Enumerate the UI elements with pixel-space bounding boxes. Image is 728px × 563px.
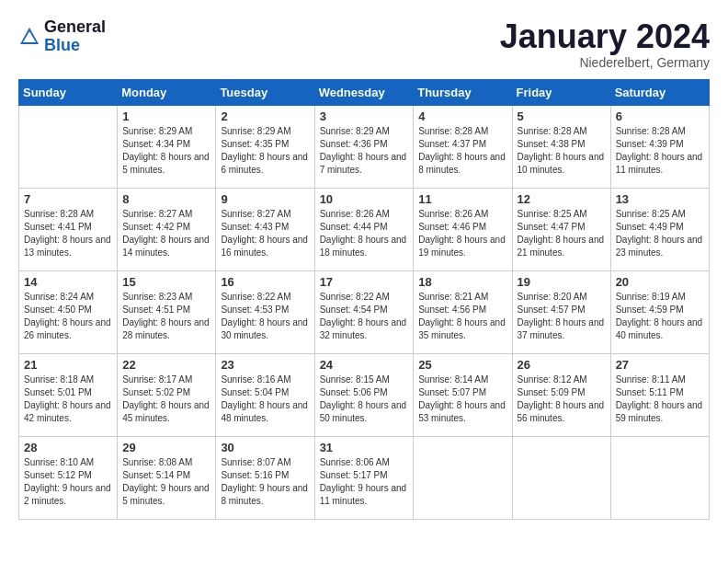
calendar-cell: 8Sunrise: 8:27 AMSunset: 4:42 PMDaylight… — [118, 188, 216, 270]
day-number: 26 — [518, 358, 606, 372]
calendar-cell: 19Sunrise: 8:20 AMSunset: 4:57 PMDayligh… — [512, 270, 610, 353]
day-number: 16 — [221, 275, 309, 289]
calendar-cell: 6Sunrise: 8:28 AMSunset: 4:39 PMDaylight… — [610, 105, 709, 188]
day-info: Sunrise: 8:11 AMSunset: 5:11 PMDaylight:… — [616, 373, 704, 425]
calendar-cell: 5Sunrise: 8:28 AMSunset: 4:38 PMDaylight… — [512, 105, 610, 188]
calendar-cell: 2Sunrise: 8:29 AMSunset: 4:35 PMDaylight… — [216, 105, 314, 188]
calendar-header-saturday: Saturday — [610, 79, 709, 105]
day-info: Sunrise: 8:16 AMSunset: 5:04 PMDaylight:… — [221, 373, 309, 425]
calendar-header-monday: Monday — [118, 79, 216, 105]
day-number: 22 — [122, 358, 210, 372]
day-number: 20 — [616, 275, 704, 289]
day-number: 5 — [518, 109, 606, 123]
week-row-5: 28Sunrise: 8:10 AMSunset: 5:12 PMDayligh… — [19, 436, 710, 519]
calendar-cell: 12Sunrise: 8:25 AMSunset: 4:47 PMDayligh… — [512, 188, 610, 270]
day-number: 17 — [320, 275, 409, 289]
day-info: Sunrise: 8:28 AMSunset: 4:37 PMDaylight:… — [418, 125, 506, 177]
day-info: Sunrise: 8:29 AMSunset: 4:36 PMDaylight:… — [320, 125, 409, 177]
calendar-cell: 7Sunrise: 8:28 AMSunset: 4:41 PMDaylight… — [19, 188, 118, 270]
logo-icon — [18, 26, 40, 48]
day-info: Sunrise: 8:22 AMSunset: 4:54 PMDaylight:… — [320, 291, 409, 342]
day-info: Sunrise: 8:18 AMSunset: 5:01 PMDaylight:… — [24, 373, 112, 425]
calendar-cell: 11Sunrise: 8:26 AMSunset: 4:46 PMDayligh… — [414, 188, 512, 270]
day-info: Sunrise: 8:29 AMSunset: 4:34 PMDaylight:… — [122, 125, 210, 177]
day-info: Sunrise: 8:22 AMSunset: 4:53 PMDaylight:… — [221, 291, 309, 342]
calendar-cell: 4Sunrise: 8:28 AMSunset: 4:37 PMDaylight… — [414, 105, 512, 188]
calendar-cell: 10Sunrise: 8:26 AMSunset: 4:44 PMDayligh… — [314, 188, 414, 270]
day-info: Sunrise: 8:17 AMSunset: 5:02 PMDaylight:… — [122, 373, 210, 425]
day-number: 19 — [518, 275, 606, 289]
week-row-2: 7Sunrise: 8:28 AMSunset: 4:41 PMDaylight… — [19, 188, 710, 270]
page-header: General Blue January 2024 Niederelbert, … — [18, 18, 710, 70]
month-title: January 2024 — [500, 18, 710, 55]
day-number: 21 — [24, 358, 112, 372]
calendar-header-tuesday: Tuesday — [216, 79, 314, 105]
calendar-header-friday: Friday — [512, 79, 610, 105]
calendar-cell — [610, 436, 709, 519]
day-info: Sunrise: 8:20 AMSunset: 4:57 PMDaylight:… — [518, 291, 606, 342]
day-info: Sunrise: 8:26 AMSunset: 4:44 PMDaylight:… — [320, 208, 409, 259]
day-info: Sunrise: 8:28 AMSunset: 4:38 PMDaylight:… — [518, 125, 606, 177]
calendar-cell: 3Sunrise: 8:29 AMSunset: 4:36 PMDaylight… — [314, 105, 414, 188]
day-info: Sunrise: 8:27 AMSunset: 4:43 PMDaylight:… — [221, 208, 309, 259]
location: Niederelbert, Germany — [500, 55, 710, 70]
day-number: 27 — [616, 358, 704, 372]
calendar-cell: 16Sunrise: 8:22 AMSunset: 4:53 PMDayligh… — [216, 270, 314, 353]
calendar-cell: 14Sunrise: 8:24 AMSunset: 4:50 PMDayligh… — [19, 270, 118, 353]
calendar-header-sunday: Sunday — [19, 79, 118, 105]
calendar-cell: 17Sunrise: 8:22 AMSunset: 4:54 PMDayligh… — [314, 270, 414, 353]
day-number: 8 — [122, 192, 210, 206]
day-info: Sunrise: 8:23 AMSunset: 4:51 PMDaylight:… — [122, 291, 210, 342]
logo-text: General Blue — [44, 18, 106, 55]
day-number: 6 — [616, 109, 704, 123]
calendar-cell: 25Sunrise: 8:14 AMSunset: 5:07 PMDayligh… — [414, 353, 512, 436]
day-number: 14 — [24, 275, 112, 289]
day-info: Sunrise: 8:21 AMSunset: 4:56 PMDaylight:… — [418, 291, 506, 342]
calendar-header-wednesday: Wednesday — [314, 79, 414, 105]
day-number: 3 — [320, 109, 409, 123]
day-number: 10 — [320, 192, 409, 206]
calendar-cell: 27Sunrise: 8:11 AMSunset: 5:11 PMDayligh… — [610, 353, 709, 436]
calendar-cell: 21Sunrise: 8:18 AMSunset: 5:01 PMDayligh… — [19, 353, 118, 436]
calendar-cell: 15Sunrise: 8:23 AMSunset: 4:51 PMDayligh… — [118, 270, 216, 353]
day-number: 23 — [221, 358, 309, 372]
calendar-cell — [19, 105, 118, 188]
calendar-cell: 30Sunrise: 8:07 AMSunset: 5:16 PMDayligh… — [216, 436, 314, 519]
week-row-3: 14Sunrise: 8:24 AMSunset: 4:50 PMDayligh… — [19, 270, 710, 353]
day-info: Sunrise: 8:26 AMSunset: 4:46 PMDaylight:… — [418, 208, 506, 259]
day-number: 18 — [418, 275, 506, 289]
calendar-table: SundayMondayTuesdayWednesdayThursdayFrid… — [18, 79, 710, 520]
day-info: Sunrise: 8:07 AMSunset: 5:16 PMDaylight:… — [221, 456, 309, 508]
calendar-cell: 13Sunrise: 8:25 AMSunset: 4:49 PMDayligh… — [610, 188, 709, 270]
day-number: 1 — [122, 109, 210, 123]
day-number: 2 — [221, 109, 309, 123]
day-number: 7 — [24, 192, 112, 206]
title-section: January 2024 Niederelbert, Germany — [500, 18, 710, 70]
day-number: 28 — [24, 441, 112, 454]
day-info: Sunrise: 8:27 AMSunset: 4:42 PMDaylight:… — [122, 208, 210, 259]
day-info: Sunrise: 8:29 AMSunset: 4:35 PMDaylight:… — [221, 125, 309, 177]
day-number: 29 — [122, 441, 210, 454]
day-info: Sunrise: 8:19 AMSunset: 4:59 PMDaylight:… — [616, 291, 704, 342]
day-number: 11 — [418, 192, 506, 206]
calendar-cell: 28Sunrise: 8:10 AMSunset: 5:12 PMDayligh… — [19, 436, 118, 519]
day-info: Sunrise: 8:25 AMSunset: 4:49 PMDaylight:… — [616, 208, 704, 259]
day-info: Sunrise: 8:15 AMSunset: 5:06 PMDaylight:… — [320, 373, 409, 425]
calendar-cell — [414, 436, 512, 519]
day-info: Sunrise: 8:24 AMSunset: 4:50 PMDaylight:… — [24, 291, 112, 342]
calendar-cell: 31Sunrise: 8:06 AMSunset: 5:17 PMDayligh… — [314, 436, 414, 519]
day-number: 9 — [221, 192, 309, 206]
calendar-cell: 18Sunrise: 8:21 AMSunset: 4:56 PMDayligh… — [414, 270, 512, 353]
calendar-cell: 1Sunrise: 8:29 AMSunset: 4:34 PMDaylight… — [118, 105, 216, 188]
day-info: Sunrise: 8:12 AMSunset: 5:09 PMDaylight:… — [518, 373, 606, 425]
day-number: 25 — [418, 358, 506, 372]
calendar-cell: 23Sunrise: 8:16 AMSunset: 5:04 PMDayligh… — [216, 353, 314, 436]
week-row-4: 21Sunrise: 8:18 AMSunset: 5:01 PMDayligh… — [19, 353, 710, 436]
calendar-cell — [512, 436, 610, 519]
calendar-cell: 22Sunrise: 8:17 AMSunset: 5:02 PMDayligh… — [118, 353, 216, 436]
calendar-cell: 29Sunrise: 8:08 AMSunset: 5:14 PMDayligh… — [118, 436, 216, 519]
calendar-header-thursday: Thursday — [414, 79, 512, 105]
day-number: 30 — [221, 441, 309, 454]
logo-blue: Blue — [44, 37, 106, 55]
calendar-cell: 9Sunrise: 8:27 AMSunset: 4:43 PMDaylight… — [216, 188, 314, 270]
